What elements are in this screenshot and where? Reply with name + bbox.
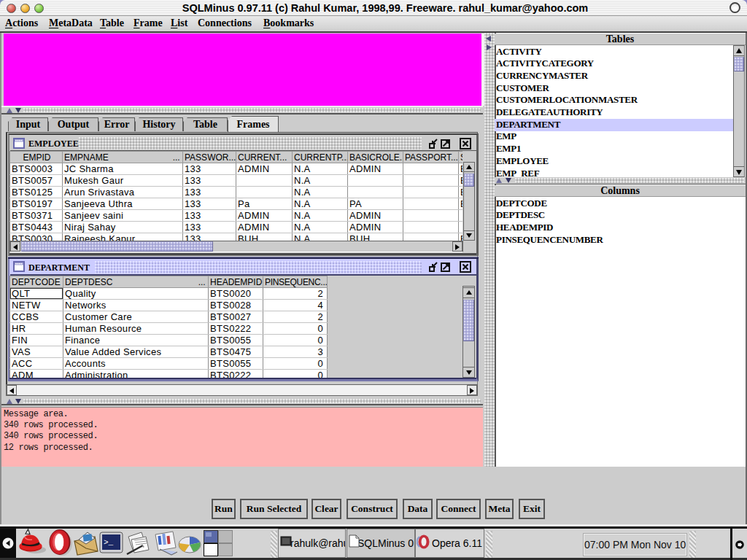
svg-text:>_: >_ xyxy=(104,538,114,547)
